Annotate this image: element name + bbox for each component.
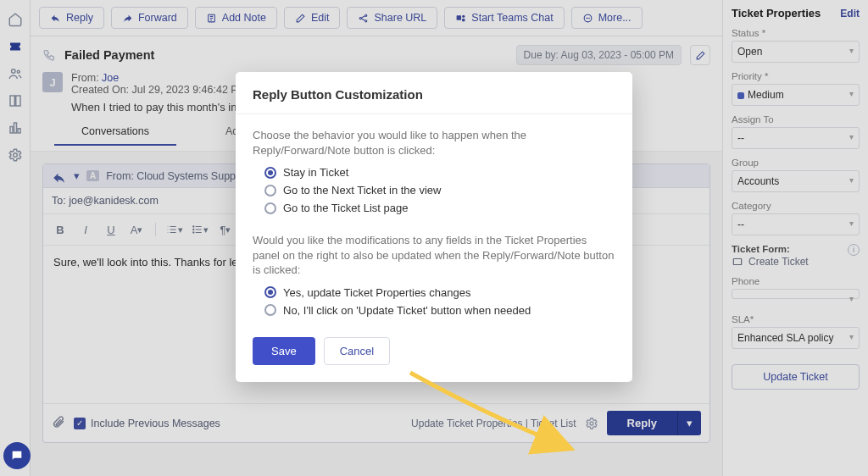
update-ticket-button[interactable]: Update Ticket: [732, 364, 860, 390]
radio-ticket-list[interactable]: Go to the Ticket List page: [253, 202, 615, 214]
svg-point-5: [13, 153, 17, 158]
gear-icon[interactable]: [585, 417, 598, 430]
rp-edit-link[interactable]: Edit: [840, 8, 860, 19]
from-avatar-badge: A: [86, 170, 99, 181]
reply-customization-modal: Reply Button Customization Choose the be…: [236, 72, 632, 382]
tab-conversations[interactable]: Conversations: [54, 119, 176, 146]
underline-button[interactable]: U: [101, 219, 121, 240]
edit-button[interactable]: Edit: [284, 7, 341, 29]
reply-icon: [52, 170, 67, 182]
chat-fab[interactable]: [3, 442, 31, 469]
ticket-properties-panel: Ticket PropertiesEdit Status *Open Prior…: [722, 0, 868, 476]
teams-label: Start Teams Chat: [471, 12, 553, 24]
left-nav-rail: [0, 0, 31, 476]
reports-icon[interactable]: [8, 120, 23, 136]
fontsize-button[interactable]: A▾: [126, 219, 147, 240]
tickets-icon[interactable]: [8, 39, 23, 54]
ticket-subject: Failed Payment: [64, 48, 508, 62]
create-ticket-link[interactable]: Create Ticket: [732, 256, 860, 268]
svg-point-18: [193, 232, 194, 233]
requester-avatar: J: [42, 72, 63, 92]
status-label: Status *: [732, 28, 860, 38]
radio-update-no[interactable]: No, I'll click on 'Update Ticket' button…: [253, 304, 615, 317]
svg-point-13: [586, 18, 587, 19]
svg-rect-2: [10, 127, 13, 134]
info-icon[interactable]: i: [848, 244, 860, 256]
from-name[interactable]: Joe: [102, 72, 119, 84]
ordered-list-button[interactable]: ▾: [164, 219, 185, 240]
chevron-down-icon[interactable]: ▾: [74, 169, 80, 182]
radio-update-yes[interactable]: Yes, update Ticket Properties changes: [253, 286, 615, 299]
svg-point-7: [360, 17, 362, 19]
reply-button[interactable]: Reply: [39, 7, 104, 29]
composer-to-label: To:: [52, 195, 69, 207]
modal-question-1: Choose the behavior you would like to ha…: [253, 128, 615, 158]
priority-select[interactable]: Medium: [732, 84, 860, 106]
unordered-list-button[interactable]: ▾: [190, 219, 210, 240]
home-icon[interactable]: [8, 12, 23, 27]
assignto-label: Assign To: [732, 114, 860, 125]
svg-point-15: [589, 18, 590, 19]
category-label: Category: [732, 201, 860, 211]
priority-label: Priority *: [732, 71, 860, 81]
contacts-icon[interactable]: [8, 66, 23, 81]
edit-due-button[interactable]: [690, 45, 710, 65]
radio-stay-in-ticket[interactable]: Stay in Ticket: [253, 166, 615, 179]
include-prev-label: Include Previous Messages: [91, 418, 220, 429]
attach-icon[interactable]: [52, 415, 65, 431]
rp-title: Ticket Properties: [732, 7, 821, 19]
status-select[interactable]: Open: [732, 41, 860, 63]
addnote-button[interactable]: Add Note: [195, 7, 277, 29]
bold-button[interactable]: B: [50, 219, 70, 240]
reply-label: Reply: [66, 12, 93, 24]
sla-select[interactable]: Enhanced SLA policy: [732, 327, 860, 349]
composer-to-value[interactable]: joe@kanidesk.com: [69, 195, 159, 207]
svg-rect-4: [18, 129, 20, 133]
include-prev-checkbox[interactable]: ✓ Include Previous Messages: [74, 418, 220, 429]
modal-title: Reply Button Customization: [236, 72, 632, 114]
settings-icon[interactable]: [8, 147, 23, 163]
shareurl-button[interactable]: Share URL: [347, 7, 437, 29]
composer-from-label: From:: [106, 170, 136, 182]
forward-label: Forward: [138, 12, 177, 24]
assignto-select[interactable]: --: [732, 127, 860, 149]
forward-button[interactable]: Forward: [111, 7, 188, 29]
svg-point-22: [590, 422, 593, 425]
sla-label: SLA*: [732, 314, 860, 324]
svg-point-17: [193, 229, 194, 230]
svg-point-9: [365, 19, 367, 21]
phone-select[interactable]: [732, 289, 860, 299]
radio-next-ticket[interactable]: Go to the Next Ticket in the view: [253, 184, 615, 196]
svg-point-11: [462, 14, 465, 17]
more-button[interactable]: More...: [571, 7, 643, 29]
modal-cancel-button[interactable]: Cancel: [324, 337, 390, 365]
composer-reply-button[interactable]: Reply: [607, 411, 677, 435]
edit-label: Edit: [311, 12, 330, 24]
modal-save-button[interactable]: Save: [253, 337, 315, 365]
phone-icon: [42, 48, 56, 62]
svg-rect-23: [733, 259, 741, 265]
knowledge-icon[interactable]: [8, 93, 23, 108]
from-label: From:: [71, 72, 102, 84]
more-label: More...: [598, 12, 632, 24]
italic-button[interactable]: I: [75, 219, 96, 240]
svg-point-8: [365, 14, 367, 16]
svg-rect-10: [457, 15, 461, 19]
composer-reply-dropdown[interactable]: ▾: [677, 411, 701, 435]
svg-point-0: [11, 69, 15, 74]
paragraph-button[interactable]: ¶▾: [215, 219, 236, 240]
svg-point-1: [17, 70, 19, 73]
svg-point-14: [587, 18, 588, 19]
svg-point-16: [193, 226, 194, 227]
group-select[interactable]: Accounts: [732, 170, 860, 192]
due-date-badge: Due by: Aug 03, 2023 - 05:00 PM: [516, 45, 682, 65]
teams-button[interactable]: Start Teams Chat: [444, 7, 564, 29]
addnote-label: Add Note: [222, 12, 266, 24]
ticketform-label: Ticket Form:: [732, 244, 790, 254]
phone-label: Phone: [732, 276, 860, 286]
modal-question-2: Would you like the modifications to any …: [253, 233, 615, 278]
shareurl-label: Share URL: [374, 12, 426, 24]
category-select[interactable]: --: [732, 213, 860, 235]
group-label: Group: [732, 158, 860, 168]
action-toolbar: Reply Forward Add Note Edit Share URL St…: [31, 0, 722, 36]
